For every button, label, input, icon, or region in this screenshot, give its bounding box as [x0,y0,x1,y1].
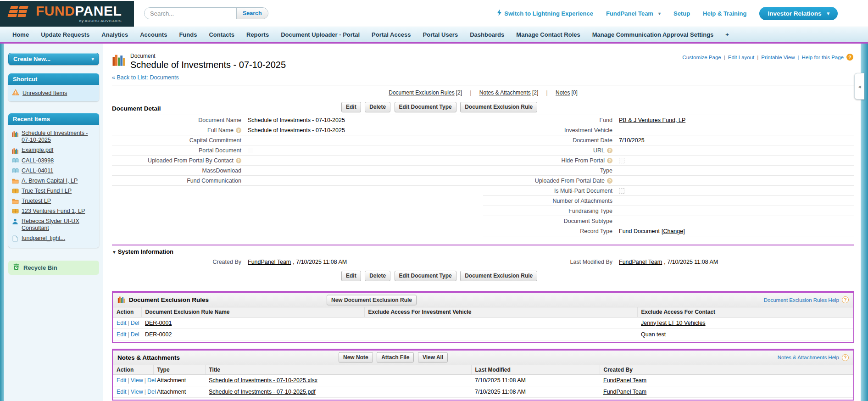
setup-link[interactable]: Setup [673,10,690,17]
tab-dashboards[interactable]: Dashboards [464,31,510,38]
recent-item-link[interactable]: Schedule of Investments - 07-10-2025 [22,130,97,144]
help-for-page-link[interactable]: Help for this Page [802,55,844,60]
recent-item-link[interactable]: True Test Fund I LP [22,188,72,195]
search-button[interactable]: Search [236,8,268,19]
der-hover-link[interactable]: Document Exclusion Rules [389,89,454,96]
recent-item-link[interactable]: A. Brown Capital I, LP [22,178,78,184]
create-new-dropdown[interactable]: Create New... [8,53,99,65]
view-all-button[interactable]: View All [418,352,448,363]
recent-item-link[interactable]: Truetest LP [22,198,51,205]
edit-layout-link[interactable]: Edit Layout [728,55,755,60]
delete-row-link[interactable]: Del [147,377,156,384]
help-icon[interactable] [842,354,849,361]
modified-by-user-link[interactable]: FundPanel Team [619,259,662,265]
field-help-icon[interactable] [607,148,612,153]
edit-button[interactable]: Edit [341,102,361,112]
delete-row-link[interactable]: Del [131,320,139,326]
recent-item-link[interactable]: fundpanel_light... [22,235,65,242]
recent-item-link[interactable]: Rebecca Slyder UI-UX Consultant [22,218,97,232]
tab-home[interactable]: Home [6,31,35,38]
view-row-link[interactable]: View [131,377,143,384]
field-help-icon[interactable] [236,128,241,133]
delete-button[interactable]: Delete [365,102,390,112]
der-record-link[interactable]: DER-0001 [145,320,172,326]
notes-hover-link[interactable]: Notes [556,89,570,96]
tab-analytics[interactable]: Analytics [95,31,134,38]
created-by-user-link[interactable]: FundPanel Team [603,377,646,384]
help-training-link[interactable]: Help & Training [703,10,746,17]
der-help-link[interactable]: Document Exclusion Rules Help [764,297,839,303]
notes-attachments-hover-link[interactable]: Notes & Attachments [479,89,531,96]
edit-document-type-button[interactable]: Edit Document Type [395,102,456,112]
document-exclusion-rule-button[interactable]: Document Exclusion Rule [460,102,537,112]
recent-item-link[interactable]: CALL-03998 [22,157,54,164]
collapse-sidebar-handle[interactable] [854,73,864,100]
delete-row-link[interactable]: Del [147,389,156,395]
field-help-icon[interactable] [607,158,612,163]
edit-row-link[interactable]: Edit [117,389,127,395]
new-note-button[interactable]: New Note [339,352,373,363]
field-help-icon[interactable] [607,178,612,184]
edit-document-type-button[interactable]: Edit Document Type [395,271,456,281]
field-document-subtype: Document Subtype [483,216,854,226]
der-record-link[interactable]: DER-0002 [145,331,172,338]
help-icon[interactable] [846,54,853,61]
tab-portal-access[interactable]: Portal Access [366,31,417,38]
edit-row-link[interactable]: Edit [117,331,127,338]
field-created-by: Created By FundPanel Team, 7/10/2025 11:… [112,257,483,267]
new-document-exclusion-rule-button[interactable]: New Document Exclusion Rule [327,295,417,305]
field-record-type: Record Type Fund Document[Change] [483,226,854,236]
add-tab-button[interactable]: + [719,31,735,38]
tab-reports[interactable]: Reports [240,31,275,38]
tab-manage-contact-roles[interactable]: Manage Contact Roles [510,31,586,38]
tab-document-uploader-portal[interactable]: Document Uploader - Portal [275,31,366,38]
printable-view-link[interactable]: Printable View [761,55,795,60]
sidebar-collapse-strip [861,44,868,401]
tab-portal-users[interactable]: Portal Users [417,31,464,38]
tab-contacts[interactable]: Contacts [203,31,240,38]
delete-row-link[interactable]: Del [131,331,139,338]
change-record-type-link[interactable]: [Change] [662,228,685,234]
field-number-of-attachments: Number of Attachments [483,196,854,206]
column-header: Action [113,307,141,317]
field-help-icon[interactable] [236,158,241,163]
contact-record-link[interactable]: Quan test [641,331,666,338]
contact-record-link[interactable]: JennyTest LT 10 Vehicles [641,320,706,326]
created-by-user-link[interactable]: FundPanel Team [603,389,646,395]
tab-funds[interactable]: Funds [173,31,203,38]
recent-item-link[interactable]: 123 Ventures Fund 1, LP [22,208,85,215]
app-menu-button[interactable]: Investor Relations [759,7,838,20]
search-input[interactable] [145,8,236,19]
capital-call-icon [11,168,19,173]
customize-page-link[interactable]: Customize Page [682,55,721,60]
attach-file-button[interactable]: Attach File [377,352,414,363]
recent-item-link[interactable]: CALL-04011 [22,167,53,174]
list-item: True Test Fund I LP [11,186,97,196]
field-fund-communication: Fund Communication [112,176,483,186]
view-row-link[interactable]: View [131,389,143,395]
unresolved-items-link[interactable]: Unresolved Items [22,90,67,96]
column-header: Action [113,365,153,375]
notes-help-link[interactable]: Notes & Attachments Help [778,355,839,360]
tab-accounts[interactable]: Accounts [134,31,173,38]
back-to-list-link[interactable]: Documents [150,74,179,81]
attachment-title-link[interactable]: Schedule of Investments - 07-10-2025.xls… [209,377,317,384]
system-information-header[interactable]: System Information [112,245,854,257]
edit-row-link[interactable]: Edit [117,377,127,384]
recent-item-link[interactable]: Example.pdf [22,147,53,154]
edit-row-link[interactable]: Edit [117,320,127,326]
recycle-bin[interactable]: Recycle Bin [8,261,99,275]
attachment-title-link[interactable]: Schedule of Investments - 07-10-2025.pdf [209,389,316,395]
delete-button[interactable]: Delete [365,271,390,281]
switch-to-lightning-link[interactable]: Switch to Lightning Experience [497,9,593,17]
edit-button[interactable]: Edit [341,271,361,281]
fund-record-link[interactable]: PB & J Ventures Fund, LP [619,117,685,123]
tab-update-requests[interactable]: Update Requests [35,31,95,38]
brand-logo: FUNDPANEL by ADURO ADVISORS [0,1,134,27]
document-exclusion-rule-button[interactable]: Document Exclusion Rule [460,271,537,281]
user-menu[interactable]: FundPanel Team [606,10,661,17]
page-title: Schedule of Investments - 07-10-2025 [130,60,286,70]
help-icon[interactable] [842,296,849,303]
tab-manage-communication-approval-settings[interactable]: Manage Communication Approval Settings [586,31,720,38]
created-by-user-link[interactable]: FundPanel Team [248,259,291,265]
